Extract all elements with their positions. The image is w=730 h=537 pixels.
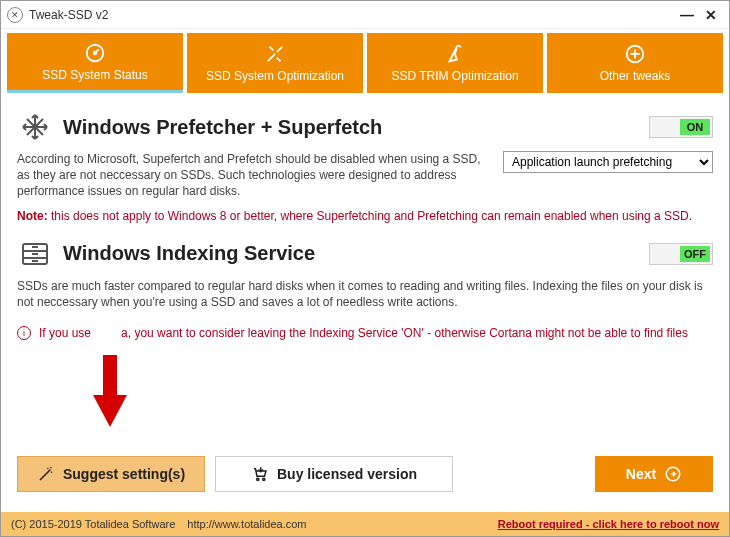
buy-licensed-button[interactable]: Buy licensed version xyxy=(215,456,453,492)
button-label: Next xyxy=(626,466,656,482)
snowflake-icon xyxy=(17,109,53,145)
prefetch-dropdown[interactable]: Application launch prefetching xyxy=(503,151,713,173)
tab-label: SSD System Status xyxy=(42,68,147,82)
tools-icon xyxy=(264,43,286,65)
section-description: SSDs are much faster compared to regular… xyxy=(17,278,713,310)
website-link[interactable]: http://www.totalidea.com xyxy=(187,518,306,530)
minimize-button[interactable]: — xyxy=(675,7,699,23)
tab-label: SSD System Optimization xyxy=(206,69,344,83)
reboot-link[interactable]: Reboot required - click here to reboot n… xyxy=(498,518,719,530)
red-arrow-indicator xyxy=(93,355,127,435)
tab-system-status[interactable]: SSD System Status xyxy=(7,33,183,93)
tab-label: SSD TRIM Optimization xyxy=(391,69,518,83)
button-label: Buy licensed version xyxy=(277,466,417,482)
gauge-icon xyxy=(84,42,106,64)
suggest-settings-button[interactable]: Suggest setting(s) xyxy=(17,456,205,492)
footer-buttons: Suggest setting(s) Buy licensed version … xyxy=(17,456,713,492)
section-note: Note: this does not apply to Windows 8 o… xyxy=(17,208,713,224)
tab-system-optimization[interactable]: SSD System Optimization xyxy=(187,33,363,93)
content-area: Windows Prefetcher + Superfetch ON Accor… xyxy=(1,93,729,340)
arrow-right-circle-icon xyxy=(664,465,682,483)
button-label: Suggest setting(s) xyxy=(63,466,185,482)
prefetcher-toggle[interactable]: ON xyxy=(649,116,713,138)
toggle-knob: ON xyxy=(680,119,710,135)
broom-icon xyxy=(444,43,466,65)
svg-point-1 xyxy=(94,51,97,54)
cart-icon xyxy=(251,465,269,483)
tab-trim-optimization[interactable]: SSD TRIM Optimization xyxy=(367,33,543,93)
section-description: According to Microsoft, Supefertch and P… xyxy=(17,151,491,200)
indexing-toggle[interactable]: OFF xyxy=(649,243,713,265)
section-indexing: Windows Indexing Service OFF SSDs are mu… xyxy=(17,236,713,310)
status-bar: (C) 2015-2019 Totalidea Software http://… xyxy=(1,512,729,536)
titlebar: ✕ Tweak-SSD v2 — ✕ xyxy=(1,1,729,29)
copyright-text: (C) 2015-2019 Totalidea Software xyxy=(11,518,175,530)
window-title: Tweak-SSD v2 xyxy=(29,8,675,22)
section-title: Windows Indexing Service xyxy=(63,242,649,265)
cortana-info: i If you use a, you want to consider lea… xyxy=(17,326,713,340)
drawer-icon xyxy=(17,236,53,272)
svg-point-4 xyxy=(257,478,259,480)
app-icon: ✕ xyxy=(7,7,23,23)
tab-other-tweaks[interactable]: Other tweaks xyxy=(547,33,723,93)
tab-bar: SSD System Status SSD System Optimizatio… xyxy=(1,29,729,93)
section-title: Windows Prefetcher + Superfetch xyxy=(63,116,649,139)
close-button[interactable]: ✕ xyxy=(699,7,723,23)
info-icon: i xyxy=(17,326,31,340)
section-prefetcher: Windows Prefetcher + Superfetch ON Accor… xyxy=(17,109,713,224)
tab-label: Other tweaks xyxy=(600,69,671,83)
svg-point-5 xyxy=(263,478,265,480)
wand-icon xyxy=(37,465,55,483)
toggle-knob: OFF xyxy=(680,246,710,262)
plus-circle-icon xyxy=(624,43,646,65)
next-button[interactable]: Next xyxy=(595,456,713,492)
